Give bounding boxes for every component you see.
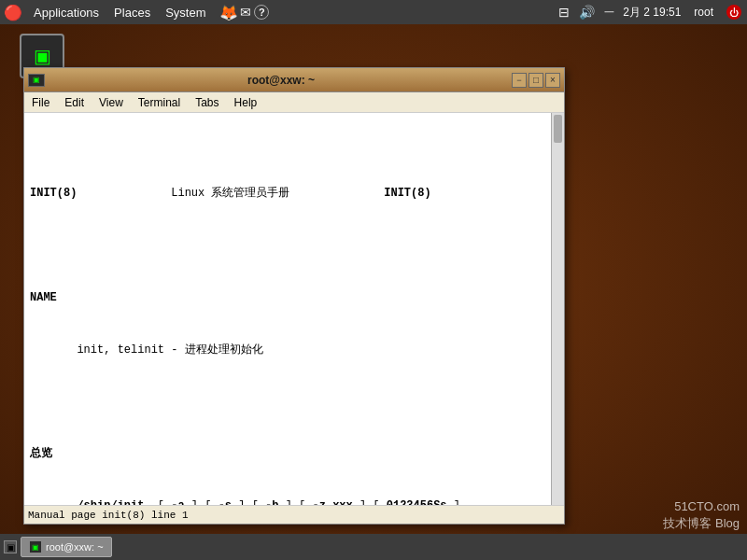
- terminal-title: root@xxw: ~: [50, 74, 512, 87]
- line-name-content: init, telinit - 进程处理初始化: [30, 342, 545, 359]
- line-synopsis-header: 总览: [30, 445, 545, 463]
- places-menu[interactable]: Places: [106, 0, 158, 24]
- window-controls: － □ ×: [512, 73, 560, 88]
- terminal-window-icon: ▣: [28, 74, 45, 87]
- applications-menu[interactable]: Applications: [26, 0, 106, 24]
- top-bar-right: ⊟ 🔊 一 2月 2 19:51 root ⏻: [556, 0, 747, 24]
- taskbar-terminal-icon: ▣: [29, 540, 42, 553]
- menu-terminal[interactable]: Terminal: [131, 92, 188, 113]
- taskbar: ▣ ▣ root@xxw: ~: [0, 534, 747, 560]
- scrollbar-thumb[interactable]: [554, 115, 562, 143]
- menu-view[interactable]: View: [92, 92, 131, 113]
- watermark-line1: 51CTO.com: [663, 498, 740, 515]
- separator-icon: 一: [600, 4, 617, 21]
- menu-file[interactable]: File: [24, 92, 57, 113]
- firefox-icon[interactable]: 🦊: [220, 4, 237, 21]
- sound-icon: 🔊: [578, 4, 595, 21]
- email-icon[interactable]: ✉: [237, 4, 254, 21]
- taskbar-show-desktop[interactable]: ▣: [4, 540, 17, 553]
- menu-help[interactable]: Help: [227, 92, 265, 113]
- man-page-content: INIT(8) Linux 系统管理员手册 INIT(8) NAME init,…: [30, 150, 545, 505]
- menu-tabs[interactable]: Tabs: [188, 92, 226, 113]
- terminal-text[interactable]: INIT(8) Linux 系统管理员手册 INIT(8) NAME init,…: [24, 113, 551, 505]
- ubuntu-logo-icon[interactable]: 🔴: [4, 3, 22, 21]
- line-blank-2: [30, 393, 545, 411]
- close-button[interactable]: ×: [545, 73, 560, 88]
- terminal-window: ▣ root@xxw: ~ － □ × File Edit View Termi…: [23, 67, 565, 525]
- line-header: INIT(8) Linux 系统管理员手册 INIT(8): [30, 185, 545, 203]
- help-icon[interactable]: ?: [254, 5, 269, 20]
- menu-edit[interactable]: Edit: [57, 92, 92, 113]
- desktop: 🔴 Applications Places System 🦊 ✉ ? ⊟ 🔊 一…: [0, 0, 747, 560]
- terminal-title-bar: ▣ root@xxw: ~ － □ ×: [24, 68, 564, 92]
- shutdown-icon[interactable]: ⏻: [726, 5, 741, 20]
- terminal-content-area: INIT(8) Linux 系统管理员手册 INIT(8) NAME init,…: [24, 113, 564, 505]
- datetime-display: 2月 2 19:51: [623, 5, 681, 21]
- line-synopsis-1: /sbin/init [ -a ] [ -s ] [ -b ] [ -z xxx…: [30, 497, 545, 505]
- system-menu[interactable]: System: [158, 0, 213, 24]
- top-bar-left: 🔴 Applications Places System 🦊 ✉ ?: [0, 0, 556, 24]
- minimize-button[interactable]: －: [512, 73, 527, 88]
- watermark-line2: 技术博客 Blog: [663, 515, 740, 532]
- taskbar-terminal-label: root@xxw: ~: [46, 541, 104, 553]
- line-blank-1: [30, 237, 545, 255]
- terminal-menu-bar: File Edit View Terminal Tabs Help: [24, 92, 564, 113]
- scrollbar[interactable]: [551, 113, 564, 505]
- user-menu[interactable]: root: [686, 0, 721, 24]
- terminal-status-bar: Manual page init(8) line 1: [24, 505, 564, 524]
- network-icon: ⊟: [556, 4, 572, 21]
- line-name-header: NAME: [30, 289, 545, 307]
- maximize-button[interactable]: □: [529, 73, 543, 88]
- top-menu-bar: 🔴 Applications Places System 🦊 ✉ ? ⊟ 🔊 一…: [0, 0, 747, 24]
- status-text: Manual page init(8) line 1: [28, 510, 189, 521]
- watermark: 51CTO.com 技术博客 Blog: [663, 498, 740, 532]
- taskbar-terminal-button[interactable]: ▣ root@xxw: ~: [21, 537, 112, 557]
